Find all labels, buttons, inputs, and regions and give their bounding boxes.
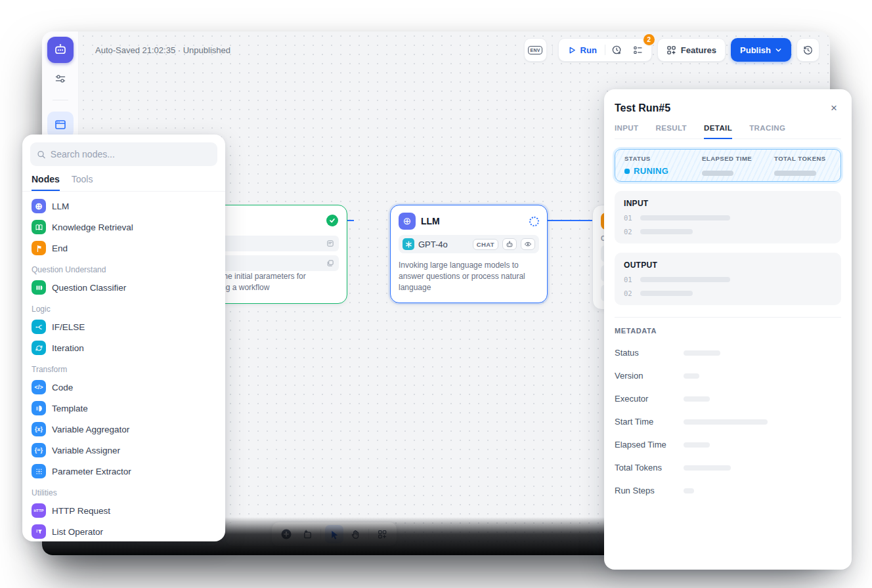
run-label: Run: [580, 45, 597, 55]
publish-button[interactable]: Publish: [731, 38, 791, 62]
section-utilities: Utilities: [28, 482, 220, 500]
node-item-http-request[interactable]: HTTP HTTP Request: [28, 500, 220, 521]
tab-result[interactable]: RESULT: [656, 124, 687, 138]
funnel-icon: [32, 524, 46, 539]
search-input[interactable]: [51, 149, 211, 159]
edge-llm-end: [548, 220, 592, 221]
panel-tabs: Nodes Tools: [22, 166, 225, 192]
toolbar-divider: [320, 529, 321, 539]
pointer-tool-button[interactable]: [325, 525, 343, 543]
section-logic: Logic: [28, 298, 220, 316]
node-item-if-else[interactable]: IF/ELSE: [28, 316, 220, 337]
chevron-down-icon: [775, 47, 782, 54]
test-run-panel: Test Run#5 × INPUT RESULT DETAIL TRACING…: [604, 89, 852, 570]
add-node-button[interactable]: [277, 525, 295, 543]
sliders-icon[interactable]: [54, 72, 67, 85]
model-selector[interactable]: GPT-4o CHAT: [399, 235, 539, 253]
features-button[interactable]: Features: [657, 38, 726, 62]
meta-row-elapsed-time: Elapsed Time: [615, 440, 841, 450]
section-question-understand: Question Understand: [28, 259, 220, 277]
node-item-knowledge-retrieval[interactable]: Knowledge Retrieval: [28, 217, 220, 238]
tab-tracing[interactable]: TRACING: [749, 124, 785, 138]
output-title: OUTPUT: [624, 261, 832, 270]
tab-input[interactable]: INPUT: [615, 124, 639, 138]
llm-node-icon: ⊕: [399, 213, 416, 230]
organize-icon: [377, 529, 387, 539]
skeleton-bar: [640, 277, 730, 282]
node-item-code[interactable]: </> Code: [28, 377, 220, 398]
app-robot-icon[interactable]: [47, 37, 74, 63]
elapsed-time-label: ELAPSED TIME: [702, 155, 774, 162]
node-search-panel: Nodes Tools ⊕ LLM Knowledge Retrieval En…: [22, 135, 225, 541]
llm-node[interactable]: ⊕ LLM GPT-4o CHAT I: [390, 205, 548, 303]
add-note-button[interactable]: [298, 525, 316, 543]
panel-title: Test Run#5: [615, 102, 827, 114]
node-item-question-classifier[interactable]: Question Classifier: [28, 277, 220, 298]
notification-badge: 2: [643, 34, 655, 45]
node-item-iteration[interactable]: Iteration: [28, 337, 220, 358]
play-icon: [568, 46, 577, 54]
version-history-button[interactable]: [796, 38, 819, 62]
tab-nodes[interactable]: Nodes: [32, 174, 60, 191]
toolbar-divider: [368, 529, 369, 539]
skeleton-bar: [684, 488, 694, 494]
input-title: INPUT: [624, 199, 832, 208]
hand-tool-button[interactable]: [346, 525, 364, 543]
pointer-icon: [330, 530, 339, 539]
book-icon: [32, 220, 46, 234]
status-value: RUNING: [624, 166, 702, 176]
run-button[interactable]: Run: [561, 39, 603, 61]
tab-tools[interactable]: Tools: [72, 174, 93, 191]
features-label: Features: [681, 45, 716, 55]
skeleton-bar: [684, 350, 720, 356]
top-toolbar: ENV Run 2 Features: [524, 38, 819, 62]
section-divider: [615, 317, 841, 318]
openai-icon: [403, 238, 414, 250]
workflow-view-button[interactable]: [47, 112, 74, 138]
clock-play-icon: [611, 45, 622, 56]
node-item-variable-aggregator[interactable]: {x} Variable Aggregator: [28, 419, 220, 440]
group-divider: [605, 45, 605, 55]
env-variables-button[interactable]: ENV: [524, 38, 547, 62]
meta-row-run-steps: Run Steps: [615, 486, 841, 495]
metadata-title: METADATA: [615, 327, 841, 335]
variable-aggregator-icon: {x}: [32, 422, 46, 436]
history-icon: [802, 45, 814, 56]
skeleton-bar: [640, 291, 693, 296]
model-name: GPT-4o: [418, 240, 469, 249]
tab-detail[interactable]: DETAIL: [704, 124, 732, 139]
output-card: OUTPUT 01 02: [615, 253, 841, 305]
node-item-end[interactable]: End: [28, 238, 220, 259]
search-box[interactable]: [30, 142, 217, 166]
search-icon: [37, 150, 46, 159]
status-label: STATUS: [624, 155, 702, 162]
node-item-template[interactable]: Template: [28, 398, 220, 419]
toolbar-divider: [552, 45, 553, 54]
meta-row-status: Status: [615, 348, 841, 358]
node-item-parameter-extractor[interactable]: Parameter Extractor: [28, 461, 220, 482]
organize-nodes-button[interactable]: [373, 525, 391, 543]
skeleton-bar: [684, 442, 710, 448]
plus-circle-icon: [280, 528, 292, 540]
skeleton-bar: [684, 373, 699, 379]
node-item-variable-assigner[interactable]: {=} Variable Assigner: [28, 440, 220, 461]
row-index: 02: [624, 289, 632, 297]
node-item-llm[interactable]: ⊕ LLM: [28, 196, 220, 217]
skeleton-bar: [640, 215, 730, 220]
workflow-app: Define the initial parameters for launch…: [0, 0, 872, 588]
sidebar-divider: [53, 100, 68, 100]
llm-icon: ⊕: [32, 199, 46, 213]
node-item-list-operator[interactable]: List Operator: [28, 521, 220, 541]
status-card: STATUS RUNING ELAPSED TIME TOTAL TOKENS: [615, 149, 841, 182]
parameter-extractor-icon: [32, 464, 46, 478]
meta-row-version: Version: [615, 371, 841, 381]
run-history-time-button[interactable]: [607, 40, 628, 60]
success-check-icon: [326, 215, 338, 226]
row-index: 01: [624, 214, 632, 222]
input-card: INPUT 01 02: [615, 191, 841, 243]
meta-row-total-tokens: Total Tokens: [615, 463, 841, 472]
meta-row-executor: Executor: [615, 394, 841, 404]
vision-eye-icon: [521, 238, 535, 250]
code-icon: </>: [32, 380, 46, 394]
close-icon[interactable]: ×: [827, 101, 841, 115]
